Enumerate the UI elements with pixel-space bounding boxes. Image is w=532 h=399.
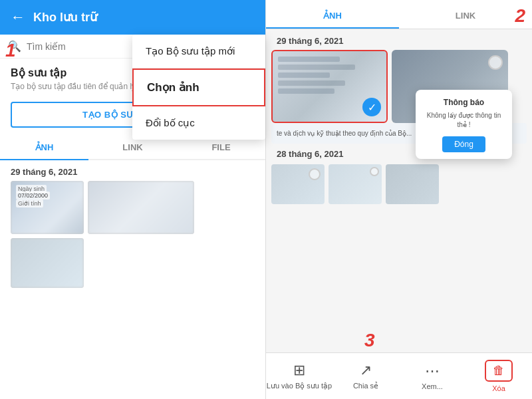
delete-label: Xóa (492, 384, 505, 392)
left-panel: ← Kho lưu trữ 1 🔍 Bộ sưu tập Tạo bộ sưu … (0, 0, 266, 399)
date-label: 29 tháng 6, 2021 (0, 160, 265, 181)
step-badge-3: 3 (364, 330, 375, 351)
save-action[interactable]: ⊞ Lưu vào Bộ sưu tập (266, 359, 332, 393)
right-tab-link[interactable]: LINK (399, 4, 532, 29)
delete-action[interactable]: 🗑 Xóa (466, 357, 532, 395)
select-circle-1[interactable] (488, 55, 503, 70)
header-title: Kho lưu trữ (33, 10, 97, 25)
right-tab-anh[interactable]: ẢNH (266, 4, 399, 29)
dropdown-item-create[interactable]: Tạo Bộ sưu tập mới (132, 35, 265, 68)
share-icon: ↗ (360, 362, 372, 379)
dropdown-item-layout[interactable]: Đổi bố cục (132, 106, 265, 140)
app-header: ← Kho lưu trữ (0, 0, 265, 35)
save-label: Lưu vào Bộ sưu tập (267, 382, 332, 390)
view-icon: ⋯ (425, 362, 440, 380)
view-label: Xem... (422, 382, 443, 390)
back-button[interactable]: ← (11, 9, 25, 26)
view-action[interactable]: ⋯ Xem... (399, 360, 466, 393)
right-photo-form[interactable]: ✓ (271, 50, 388, 123)
photo-thumb-1[interactable]: Ngày sinh 07/02/2000 Giới tính (11, 181, 84, 234)
step-badge-1: 1 (5, 40, 16, 61)
dropdown-item-choose-photo[interactable]: Chọn ảnh (132, 68, 265, 106)
save-icon: ⊞ (293, 362, 305, 379)
check-badge-1: ✓ (362, 98, 381, 116)
tab-anh[interactable]: ẢNH (0, 136, 88, 159)
dropdown-menu: Tạo Bộ sưu tập mới Chọn ảnh Đổi bố cục (132, 35, 265, 140)
delete-icon: 🗑 (493, 364, 505, 377)
right-panel: 2 ẢNH LINK 29 tháng 6, 2021 ✓ ✓ te và dị… (266, 0, 532, 399)
thongbao-close-button[interactable]: Đóng (442, 136, 485, 152)
bottom-bar: ⊞ Lưu vào Bộ sưu tập ↗ Chia sẻ ⋯ Xem... … (266, 352, 532, 399)
right-small-grid (266, 164, 532, 204)
right-date-1: 29 tháng 6, 2021 (266, 29, 532, 50)
photo-thumb-3[interactable] (11, 238, 84, 288)
thongbao-body: Không lấy được thông tin thẻ ! (424, 111, 504, 130)
right-thumb-small-3[interactable] (386, 164, 439, 204)
right-tabs: ẢNH LINK (266, 0, 532, 29)
photo-grid: Ngày sinh 07/02/2000 Giới tính (0, 181, 265, 288)
share-label: Chia sẻ (353, 382, 378, 390)
right-thumb-small-1[interactable] (271, 164, 325, 204)
share-action[interactable]: ↗ Chia sẻ (332, 359, 399, 393)
step-badge-2: 2 (515, 5, 525, 27)
photo-thumb-2[interactable] (88, 181, 194, 234)
thongbao-popup: Thông báo Không lấy được thông tin thẻ !… (416, 90, 512, 159)
right-thumb-small-2[interactable] (329, 164, 382, 204)
thongbao-title: Thông báo (424, 98, 504, 107)
